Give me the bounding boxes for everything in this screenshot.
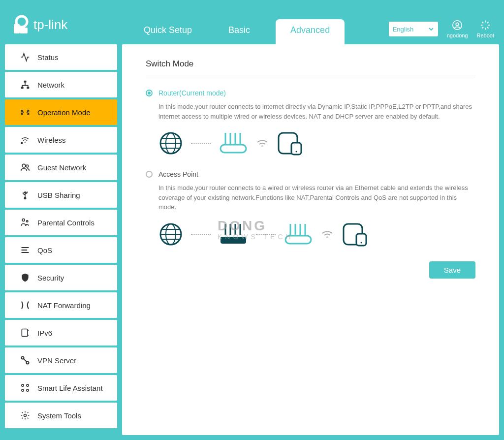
svg-line-10: [487, 27, 489, 29]
svg-rect-40: [220, 145, 246, 153]
brand-text: tp-link: [33, 17, 67, 32]
reboot-label: Reboot: [477, 32, 494, 38]
sidebar-item-label: Smart Life Assistant: [37, 384, 103, 392]
sidebar-item-label: USB Sharing: [37, 191, 80, 199]
mode-router-label: Router(Current mode): [158, 89, 226, 97]
user-label: ngodong: [447, 32, 468, 38]
sidebar-item-label: Operation Mode: [37, 108, 91, 117]
connector-dots: [191, 234, 211, 235]
svg-point-29: [27, 384, 29, 386]
sidebar-item-guest-network[interactable]: Guest Network: [5, 155, 117, 180]
brand-logo: tp-link: [9, 14, 67, 35]
chevron-down-icon: [428, 26, 434, 32]
sidebar-item-label: Status: [37, 53, 59, 62]
language-select[interactable]: English: [389, 22, 438, 36]
svg-line-9: [482, 22, 484, 23]
devices-icon: [342, 222, 368, 247]
radio-ap[interactable]: [146, 171, 153, 178]
svg-line-11: [482, 27, 484, 29]
svg-rect-1: [14, 24, 20, 33]
user-button[interactable]: ngodong: [447, 20, 468, 38]
sidebar-item-label: Network: [37, 81, 64, 89]
user-icon: [452, 20, 463, 31]
diagram-ap: DONG KNOWS TECH: [158, 222, 475, 247]
qos-icon: [20, 245, 31, 255]
diagram-router: [158, 131, 475, 156]
connector-dots: [256, 234, 276, 235]
page-title: Switch Mode: [146, 59, 475, 77]
tab-advanced[interactable]: Advanced: [276, 19, 345, 44]
sidebar-item-status[interactable]: Status: [5, 44, 117, 70]
svg-rect-2: [20, 28, 28, 33]
shield-icon: [20, 272, 31, 283]
svg-point-20: [22, 219, 25, 221]
sidebar-item-wireless[interactable]: Wireless: [5, 127, 117, 153]
sidebar-item-operation-mode[interactable]: Operation Mode: [5, 99, 117, 125]
svg-point-19: [24, 197, 26, 199]
usb-icon: [20, 189, 31, 200]
svg-point-43: [296, 151, 297, 153]
mode-ap-label: Access Point: [158, 170, 198, 178]
svg-rect-56: [285, 236, 311, 244]
nat-icon: [20, 300, 31, 311]
svg-point-31: [27, 389, 29, 391]
tab-basic[interactable]: Basic: [218, 19, 261, 44]
parental-icon: [20, 217, 31, 228]
sidebar-item-network[interactable]: Network: [5, 72, 117, 97]
mode-ap-option[interactable]: Access Point: [146, 170, 475, 178]
tab-quick-setup[interactable]: Quick Setup: [133, 19, 203, 44]
sidebar-item-usb-sharing[interactable]: USB Sharing: [5, 182, 117, 208]
sidebar-item-label: Wireless: [37, 136, 66, 144]
save-button[interactable]: Save: [429, 261, 475, 279]
tplink-logo-icon: [9, 14, 31, 35]
svg-point-17: [22, 164, 26, 167]
wifi-signal-icon: [256, 138, 269, 148]
sidebar-item-nat-forwarding[interactable]: NAT Forwarding: [5, 292, 117, 318]
gear-icon: [20, 410, 31, 421]
mode-router-desc: In this mode,your router connects to int…: [158, 102, 475, 121]
svg-point-21: [27, 220, 28, 222]
mode-ap-block: Access Point In this mode,your router co…: [146, 170, 475, 247]
router-icon: [284, 223, 313, 246]
existing-router-icon: [219, 223, 248, 246]
mode-router-option[interactable]: Router(Current mode): [146, 89, 475, 97]
sidebar-item-label: QoS: [37, 246, 52, 254]
devices-icon: [277, 131, 303, 156]
sidebar-item-label: IPv6: [37, 329, 52, 337]
sidebar-item-label: VPN Server: [37, 356, 76, 365]
sidebar-item-security[interactable]: Security: [5, 265, 117, 290]
sidebar-item-label: Security: [37, 274, 64, 282]
sidebar-item-vpn-server[interactable]: VPN Server: [5, 347, 117, 373]
svg-point-59: [361, 242, 362, 243]
svg-rect-13: [24, 81, 27, 83]
radio-router[interactable]: [146, 90, 153, 96]
wifi-icon: [20, 134, 31, 145]
reboot-button[interactable]: Reboot: [477, 20, 494, 38]
connector-dots: [191, 143, 211, 144]
apps-icon: [20, 382, 31, 393]
main-panel: Switch Mode Router(Current mode) In this…: [122, 44, 499, 435]
mode-router-block: Router(Current mode) In this mode,your r…: [146, 89, 475, 156]
sidebar-item-smart-life[interactable]: Smart Life Assistant: [5, 375, 117, 401]
globe-icon: [158, 222, 183, 247]
sidebar-item-qos[interactable]: QoS: [5, 237, 117, 263]
vpn-icon: [20, 355, 31, 366]
network-icon: [20, 79, 31, 90]
svg-rect-42: [291, 143, 301, 155]
sidebar-item-label: Guest Network: [37, 163, 86, 172]
sidebar-item-parental-controls[interactable]: Parental Controls: [5, 210, 117, 235]
sidebar-item-ipv6[interactable]: IPv6: [5, 320, 117, 346]
svg-point-28: [22, 384, 24, 386]
sidebar: Status Network Operation Mode Wireless G: [5, 44, 117, 435]
mode-ap-desc: In this mode,your router connects to a w…: [158, 183, 475, 212]
svg-point-30: [22, 389, 24, 391]
sidebar-item-system-tools[interactable]: System Tools: [5, 403, 117, 428]
svg-rect-25: [22, 329, 28, 337]
activity-icon: [20, 52, 31, 63]
reboot-icon: [480, 20, 491, 31]
svg-point-16: [21, 142, 23, 144]
svg-rect-14: [21, 87, 24, 89]
operation-mode-icon: [20, 107, 31, 118]
svg-line-12: [487, 22, 489, 23]
language-value: English: [393, 26, 414, 33]
